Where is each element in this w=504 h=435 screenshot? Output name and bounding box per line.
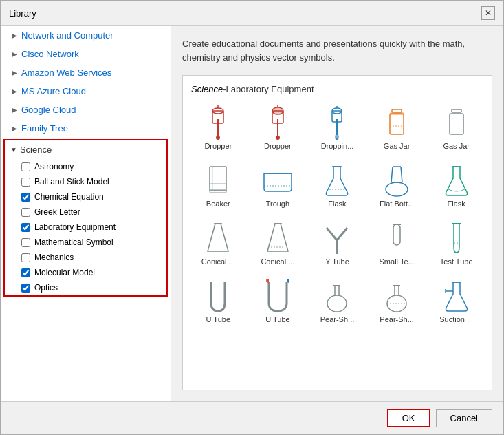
sidebar-item-greek[interactable]: Greek Letter [5, 204, 166, 220]
utube1-label: U Tube [206, 315, 230, 323]
flatbottom-image [379, 162, 415, 198]
mechanics-checkbox[interactable] [21, 253, 30, 262]
sidebar-item-family-tree[interactable]: ▶ Family Tree [1, 119, 171, 138]
footer: OK Cancel [1, 401, 503, 434]
utube1-image [200, 278, 236, 314]
smalltest-label: Small Te... [380, 257, 415, 266]
icon-flask1[interactable]: Flask [310, 159, 364, 211]
lab-equipment-checkbox[interactable] [21, 223, 30, 232]
icon-utube2[interactable]: U Tube [251, 275, 305, 327]
sidebar-item-cisco[interactable]: ▶ Cisco Network [1, 45, 171, 63]
conical2-label: Conical ... [261, 257, 294, 266]
science-header[interactable]: ▼ Science [5, 140, 166, 159]
beaker-image [200, 162, 236, 198]
conical1-label: Conical ... [201, 257, 235, 266]
svg-rect-17 [390, 114, 404, 134]
trough-image [260, 162, 296, 198]
sidebar-item-molecular[interactable]: Molecular Model [5, 265, 166, 280]
svg-rect-40 [393, 224, 400, 245]
sidebar-item-aws[interactable]: ▶ Amazon Web Services [1, 63, 171, 82]
icon-smalltest[interactable]: Small Te... [370, 217, 424, 269]
arrow-icon: ▶ [12, 69, 17, 76]
cancel-button[interactable]: Cancel [436, 409, 492, 427]
pear2-label: Pear-Sh... [380, 315, 414, 323]
pear1-label: Pear-Sh... [320, 315, 355, 323]
icon-flatbottom[interactable]: Flat Bott... [370, 159, 424, 211]
chemical-checkbox[interactable] [21, 193, 30, 202]
arrow-icon: ▶ [12, 125, 17, 132]
suction-label: Suction ... [439, 315, 473, 323]
testtube-label: Test Tube [440, 257, 473, 266]
sidebar-item-astronomy[interactable]: Astronomy [5, 159, 166, 174]
arrow-icon: ▶ [12, 106, 17, 114]
icon-utube1[interactable]: U Tube [191, 275, 245, 327]
svg-line-38 [327, 228, 337, 240]
flask1-label: Flask [328, 200, 346, 208]
icon-flask2[interactable]: Flask [429, 159, 483, 211]
ball-stick-checkbox[interactable] [21, 178, 30, 187]
icon-gasjar2[interactable]: Gas Jar [429, 101, 483, 153]
flask2-label: Flask [448, 200, 465, 208]
sidebar-item-chemical[interactable]: Chemical Equation [5, 189, 166, 204]
sidebar-item-mechanics[interactable]: Mechanics [5, 250, 166, 265]
icon-dropping[interactable]: Droppin... [310, 101, 364, 153]
sidebar: ▶ Network and Computer ▶ Cisco Network ▶… [1, 26, 171, 401]
optics-checkbox[interactable] [21, 284, 30, 293]
science-section: ▼ Science Astronomy Ball and Stick Model… [3, 139, 168, 297]
conical2-image [260, 220, 296, 256]
dialog-title: Library [9, 8, 36, 19]
icon-conical1[interactable]: Conical ... [191, 217, 245, 269]
dropping-label: Droppin... [321, 142, 354, 150]
icon-dropper2[interactable]: Dropper [251, 101, 305, 153]
ytube-image [319, 220, 355, 256]
ok-button[interactable]: OK [387, 409, 430, 427]
greek-checkbox[interactable] [21, 208, 30, 217]
section-title: Science-Laboratory Equipment [191, 84, 483, 94]
testtube-image [439, 220, 474, 256]
utube2-label: U Tube [265, 315, 289, 323]
icon-testtube[interactable]: Test Tube [429, 217, 483, 269]
molecular-checkbox[interactable] [21, 268, 30, 277]
conical1-image [200, 220, 236, 256]
sidebar-item-math-symbol[interactable]: Mathematical Symbol [5, 235, 166, 250]
utube2-image [260, 278, 296, 314]
gasjar1-image [379, 105, 415, 140]
svg-point-10 [276, 136, 280, 140]
title-bar: Library ✕ [1, 1, 503, 26]
sidebar-item-google[interactable]: ▶ Google Cloud [1, 100, 171, 119]
dropper2-image [260, 105, 296, 140]
icon-beaker[interactable]: Beaker [191, 159, 245, 211]
icon-dropper1[interactable]: Dropper [191, 101, 245, 153]
gasjar2-label: Gas Jar [443, 142, 470, 150]
dropping-image [319, 105, 355, 140]
sidebar-item-network-computer[interactable]: ▶ Network and Computer [1, 26, 171, 45]
main-panel: Create educational documents and present… [171, 26, 503, 401]
flatbottom-label: Flat Bott... [380, 200, 414, 208]
sidebar-item-ball-stick[interactable]: Ball and Stick Model [5, 174, 166, 189]
close-button[interactable]: ✕ [481, 6, 495, 20]
svg-line-39 [337, 228, 347, 240]
sidebar-item-lab-equipment[interactable]: Laboratory Equipment [5, 220, 166, 235]
flask1-image [319, 162, 355, 198]
ytube-label: Y Tube [325, 257, 349, 266]
math-symbol-checkbox[interactable] [21, 238, 30, 247]
dropper1-image [200, 105, 236, 140]
icon-pear2[interactable]: Pear-Sh... [370, 275, 424, 327]
svg-point-44 [327, 295, 347, 312]
icon-ytube[interactable]: Y Tube [310, 217, 364, 269]
gasjar1-label: Gas Jar [384, 142, 410, 150]
svg-rect-21 [450, 114, 463, 134]
icon-conical2[interactable]: Conical ... [251, 217, 305, 269]
icon-pear1[interactable]: Pear-Sh... [310, 275, 364, 327]
flask2-image [439, 162, 474, 198]
arrow-icon: ▶ [12, 50, 17, 58]
astronomy-checkbox[interactable] [21, 162, 30, 171]
pear1-image [319, 278, 355, 314]
sidebar-item-azure[interactable]: ▶ MS Azure Cloud [1, 82, 171, 100]
icon-gasjar1[interactable]: Gas Jar [370, 101, 424, 153]
icon-trough[interactable]: Trough [251, 159, 305, 211]
content-area: ▶ Network and Computer ▶ Cisco Network ▶… [1, 26, 503, 401]
svg-point-4 [216, 136, 220, 140]
icon-suction[interactable]: Suction ... [429, 275, 483, 327]
sidebar-item-optics[interactable]: Optics [5, 280, 166, 295]
